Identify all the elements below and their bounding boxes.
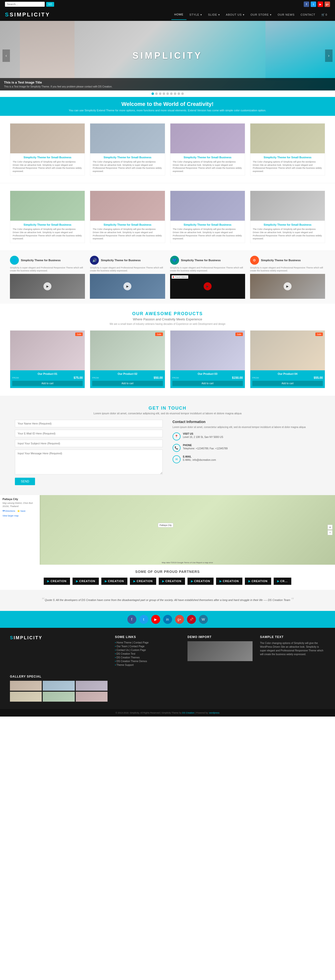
map-sidebar-title: Pattaya City [3, 498, 37, 501]
search-button[interactable]: GO [46, 2, 54, 7]
footer-facebook-icon[interactable]: f [127, 615, 137, 624]
dot-3[interactable] [163, 92, 165, 95]
play-btn-4[interactable]: ▶ [284, 282, 292, 290]
product-2-image [90, 331, 165, 370]
contact-send-button[interactable]: SEND [15, 478, 35, 485]
contact-message-input[interactable] [15, 450, 163, 474]
footer-googleplus-icon[interactable]: g+ [175, 615, 184, 624]
nav-store[interactable]: OUR STORE ▾ [248, 10, 275, 20]
footer-pinterest-icon[interactable]: 📌 [187, 615, 196, 624]
card-5-image [10, 191, 85, 221]
card-8-body: Simplicity Theme for Small Business The … [250, 221, 325, 243]
play-btn-2[interactable]: ▶ [124, 282, 131, 290]
welcome-heading: Welcome to the World of Creativity! [5, 101, 330, 107]
footer-col-gallery: Gallery Special [10, 675, 108, 702]
play-btn-3[interactable]: ▶ [204, 282, 211, 290]
contact-email-text: E-MAIL E-MAIL: info@dscreation.com [183, 455, 216, 461]
welcome-subtext: You can use Simplicity Extend Theme for … [5, 109, 330, 112]
nav-news[interactable]: OUR NEWS [275, 10, 298, 20]
icon-card-4-text: Simplicity is super elegant and Professi… [250, 266, 325, 272]
card-8-text: The Color changing options of Simplicity… [253, 228, 322, 240]
dot-1[interactable] [155, 92, 158, 95]
footer-link-2[interactable]: Our Team | Contact Page [115, 645, 180, 648]
product-2-footer: Our Product 02 FROM $50.00 Add to cart [90, 370, 165, 388]
search-input[interactable] [5, 2, 45, 7]
footer-youtube-icon[interactable]: ▶ [151, 615, 160, 624]
gallery-item-6 [76, 692, 108, 702]
facebook-icon-top[interactable]: f [304, 2, 309, 7]
phone-icon: 📞 [173, 444, 181, 452]
footer-main: SIMPLICITY Some Links Home Theme | Conta… [0, 628, 335, 709]
footer-twitter-icon[interactable]: t [139, 615, 148, 624]
contact-name-input[interactable] [15, 420, 163, 427]
card-1: Simplicity Theme for Small Business The … [10, 123, 85, 175]
gallery-item-2 [43, 681, 75, 691]
map-zoom-out[interactable]: − [327, 530, 332, 535]
footer-col-demo: Demo Import [187, 635, 252, 667]
product-4-cart-btn[interactable]: Add to cart [252, 381, 323, 386]
card-1-title: Simplicity Theme for Small Business [13, 156, 82, 159]
cards-row1-grid: Simplicity Theme for Small Business The … [10, 123, 325, 175]
dot-5[interactable] [170, 92, 173, 95]
youtube-icon-top[interactable]: ▶ [318, 2, 323, 7]
footer-wordpress-icon[interactable]: W [199, 615, 208, 624]
contact-email-input[interactable] [15, 430, 163, 437]
map-section: Pattaya City 94g Lanung District, Chon B… [0, 495, 335, 565]
dot-6[interactable] [174, 92, 176, 95]
dot-2[interactable] [159, 92, 161, 95]
product-4-image [250, 331, 325, 370]
contact-subject-input[interactable] [15, 440, 163, 447]
nav-contact[interactable]: CONTACT [297, 10, 318, 20]
footer-link-5[interactable]: DS Creation Themes [115, 656, 180, 659]
icon-circle-1: 🌐 [10, 256, 19, 265]
footer-linkedin-icon[interactable]: in [163, 615, 172, 624]
footer-demo-title: Demo Import [187, 635, 252, 639]
footer-link-3[interactable]: Contact Us | Custom Page [115, 649, 180, 651]
map-view-larger-link[interactable]: View larger map [3, 514, 19, 517]
footer-bottom: © 2013-2016: Simplicity, All Rights Rese… [0, 709, 335, 716]
twitter-icon-top[interactable]: t [311, 2, 316, 7]
hero-next-arrow[interactable]: › [325, 49, 332, 62]
product-card-2: Sale Our Product 02 FROM $50.00 Add to c… [90, 330, 165, 388]
products-subtitle: Where Passion and Creativity Meets Exper… [10, 317, 325, 321]
footer-link-1[interactable]: Home Theme | Contact Page [115, 641, 180, 644]
contact-title: GET IN TOUCH [15, 406, 320, 411]
icon-card-3-title: Simplicity Theme for Business [181, 259, 221, 262]
product-3-cart-btn[interactable]: Add to cart [172, 381, 243, 386]
hero-caption-text: This is a Test Image for Simplicity Them… [4, 85, 331, 88]
card-6: Simplicity Theme for Small Business The … [90, 191, 165, 243]
cart-icon[interactable]: 🛒 0 [318, 10, 330, 20]
footer-link-7[interactable]: Theme Support [115, 663, 180, 667]
contact-title-area: GET IN TOUCH Lorem ipsum dolor sit amet,… [15, 406, 320, 415]
map-directions-link[interactable]: 🗺 Directions [3, 510, 15, 512]
card-2-title: Simplicity Theme for Small Business [93, 156, 162, 159]
products-title-area: OUR AWESOME PRODUCTS Where Passion and C… [10, 311, 325, 325]
map-save-link[interactable]: ⭐ Save [17, 510, 25, 512]
nav-links: HOME STYLE ▾ SLIDE ▾ ABOUT US ▾ OUR STOR… [171, 10, 330, 20]
nav-style[interactable]: STYLE ▾ [186, 10, 205, 20]
product-1-price: $75.00 [74, 376, 83, 380]
dot-8[interactable] [181, 92, 184, 95]
nav-slide[interactable]: SLIDE ▾ [205, 10, 223, 20]
footer-link-6[interactable]: DS Creation Theme Demos [115, 660, 180, 663]
card-3-text: The Color changing options of Simplicity… [173, 160, 242, 173]
googleplus-icon-top[interactable]: g+ [325, 2, 330, 7]
nav-about[interactable]: ABOUT US ▾ [223, 10, 248, 20]
hero-prev-arrow[interactable]: ‹ [3, 49, 10, 62]
footer-link-4[interactable]: DS Creation Test [115, 652, 180, 655]
icon-card-4-title: Simplicity Theme for Business [261, 259, 301, 262]
dot-7[interactable] [178, 92, 180, 95]
dot-0[interactable] [151, 92, 154, 95]
footer-dscreation-link[interactable]: DS Creation [182, 711, 194, 714]
play-btn-1[interactable]: ▶ [43, 282, 51, 290]
map-attribution: Map data ©2019 Google Terms of Use Repor… [162, 562, 213, 564]
footer-col-logo: SIMPLICITY [10, 635, 108, 667]
map-zoom-in[interactable]: + [327, 525, 332, 530]
nav-home[interactable]: HOME [171, 10, 186, 20]
footer-wordpress-link[interactable]: wordpress [209, 711, 219, 714]
dot-4[interactable] [167, 92, 169, 95]
product-2-cart-btn[interactable]: Add to cart [92, 381, 163, 386]
gallery-item-4 [10, 692, 42, 702]
product-1-cart-btn[interactable]: Add to cart [12, 381, 83, 386]
card-7-title: Simplicity Theme for Small Business [173, 223, 242, 226]
